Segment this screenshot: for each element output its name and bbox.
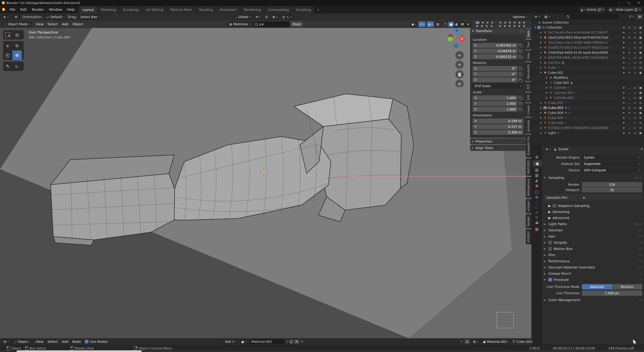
render-disable-toggle-icon[interactable]: ▣ — [638, 106, 643, 109]
outliner-row[interactable]: ▶▼Cylinder▽➤◡▭▣ — [532, 85, 644, 90]
outliner-row[interactable]: ▶▼Cube.005▽➤◡▭⊠ — [532, 115, 644, 120]
section-color-management[interactable]: ▶Color Management∷∷ — [542, 297, 644, 303]
viewport-disable-toggle-icon[interactable]: ▭ — [632, 56, 638, 59]
render-disable-toggle-icon[interactable]: ▣ — [638, 96, 643, 99]
view-layer-remove-icon[interactable]: ✕ — [639, 8, 641, 11]
lock-icon[interactable] — [519, 56, 522, 59]
active-tool-button[interactable]: ➤▾ — [2, 14, 10, 19]
subsection-advanced[interactable]: ▶Advanced — [544, 215, 642, 221]
viewport-disable-toggle-icon[interactable]: ▭ — [632, 101, 638, 104]
render-disable-toggle-icon[interactable]: ▣ — [638, 111, 643, 114]
shader-menu-select[interactable]: Select — [46, 339, 60, 344]
x-toggle[interactable]: × — [504, 21, 507, 24]
render-disable-toggle-icon[interactable]: ⊠ — [638, 121, 643, 125]
panel-grip[interactable]: ∷∷ — [520, 146, 524, 149]
pivot-point-dropdown[interactable]: ⟲▾ — [254, 14, 262, 19]
samples-per-box[interactable]: Samples Per:▶ — [544, 194, 642, 201]
selectable-toggle-icon[interactable]: ➤ — [621, 126, 626, 130]
tool-measure[interactable]: ∟ — [12, 62, 22, 71]
lock-icon[interactable] — [519, 50, 522, 53]
workspace-tab-shading[interactable]: Shading — [196, 6, 216, 13]
workspace-tab-compositing[interactable]: Compositing — [264, 6, 292, 13]
npanel-tab-khaos![interactable]: KHAOS! — [526, 229, 532, 244]
shading-material-preview-icon[interactable]: ◐ — [454, 22, 460, 27]
transform-orientation-dropdown[interactable]: ⟓Global▾ — [234, 14, 252, 19]
viewport-disable-toggle-icon[interactable]: ▭ — [632, 66, 638, 69]
section-grease-pencil[interactable]: ▶Grease Pencil∷∷ — [542, 270, 644, 277]
viewport-disable-toggle-icon[interactable]: ▭ — [632, 106, 638, 109]
x-toggle[interactable]: × — [518, 24, 521, 28]
x-toggle[interactable]: × — [508, 21, 512, 24]
minus-pill-button[interactable]: ─ — [476, 21, 480, 24]
npanel-tab-unbake[interactable]: unbake — [526, 199, 532, 213]
checkbox-unchecked[interactable] — [548, 247, 552, 251]
mode-dropdown[interactable]: ⬚ Object Mode▾ — [2, 21, 32, 27]
lock-icon[interactable] — [519, 68, 522, 70]
x-toggle[interactable]: × — [490, 24, 493, 28]
hide-toggle-icon[interactable]: ◡ — [626, 101, 632, 104]
x-toggle[interactable]: × — [485, 24, 488, 28]
snap-toggle[interactable]: Ω — [264, 14, 270, 19]
viewport-disable-toggle-icon[interactable]: ▭ — [632, 36, 638, 39]
render-engine-dropdown[interactable]: Cycles▾ — [582, 155, 642, 160]
render-disable-toggle-icon[interactable]: ⊠ — [638, 46, 643, 49]
new-scene-copy-icon[interactable] — [598, 8, 601, 11]
tool-annotate[interactable]: ✎ — [3, 62, 12, 71]
hide-toggle-icon[interactable]: ⊙ — [626, 111, 632, 114]
expander-icon[interactable]: ▶ — [539, 117, 543, 119]
outliner-row[interactable]: ▶☀Light⊙➤⊙▭▣ — [532, 130, 644, 135]
expander-icon[interactable]: ▶ — [545, 86, 549, 89]
selectable-toggle-icon[interactable]: ➤ — [621, 111, 626, 114]
drag-dropdown[interactable]: Select Box▾ — [79, 14, 101, 19]
view-layer-selector[interactable]: ▤▾ View Layer ✕ — [608, 7, 643, 12]
render-disable-toggle-icon[interactable]: ⊠ — [638, 31, 643, 34]
outliner-row[interactable]: ▶▼f47362ce-9997-4560-9f31-c0e2d5fa40b5-g… — [532, 125, 644, 130]
close-button[interactable]: ✕ — [634, 0, 644, 6]
scene-unlink-icon[interactable]: ✕ — [602, 8, 605, 11]
selectable-toggle-icon[interactable]: ➤ — [621, 101, 626, 104]
viewport-disable-toggle-icon[interactable]: ▭ — [632, 96, 638, 99]
lock-icon[interactable] — [519, 97, 522, 100]
tool-scale[interactable]: ◰ — [3, 50, 12, 60]
viewport-disable-toggle-icon[interactable]: ▭ — [632, 61, 638, 64]
search-input[interactable] — [259, 22, 281, 26]
hide-toggle-icon[interactable]: ◡ — [626, 56, 632, 59]
outliner-row[interactable]: ▶▼Cube.002▽➤◡▭⊠ — [532, 100, 644, 105]
snap-settings-dropdown[interactable]: ⊞▾ — [271, 14, 279, 19]
render-disable-toggle-icon[interactable]: ⊠ — [638, 116, 643, 119]
expander-icon[interactable]: ▶ — [539, 127, 543, 129]
selectable-toggle-icon[interactable]: ➤ — [621, 91, 626, 94]
viewport-disable-toggle-icon[interactable]: ▭ — [632, 71, 638, 74]
hide-toggle-icon[interactable]: ◡ — [626, 121, 632, 125]
lock-icon[interactable] — [519, 103, 522, 105]
npanel-tab-pdt[interactable]: PDT — [526, 82, 532, 92]
expander-icon[interactable]: ▶ — [539, 36, 543, 39]
selectable-toggle-icon[interactable]: ➤ — [621, 96, 626, 99]
pin-icon[interactable]: ✶ — [301, 340, 304, 344]
outliner-row[interactable]: ▶▼150e4fa0-9d50-4134-aae6-6a2e0560f55c-g… — [532, 50, 644, 55]
hide-toggle-icon[interactable]: ⊙ — [626, 131, 632, 135]
lock-icon[interactable] — [519, 45, 522, 47]
viewport-disable-toggle-icon[interactable]: ▭ — [632, 31, 638, 34]
outliner-search-field[interactable] — [564, 14, 618, 19]
expander-icon[interactable]: ▶ — [539, 51, 543, 54]
viewport-menu-view[interactable]: View — [34, 21, 46, 27]
checkbox-unchecked[interactable] — [548, 241, 552, 244]
outliner-row[interactable]: ▶▼Cube▽➤◡▭⊠ — [532, 65, 644, 70]
properties-tab-tool[interactable]: ⚙ — [532, 154, 542, 161]
expander-icon[interactable]: ▼ — [539, 71, 543, 74]
shader-menu-add[interactable]: Add — [60, 339, 70, 344]
expander-icon[interactable]: ▶ — [539, 61, 543, 64]
x-toggle[interactable]: × — [491, 21, 494, 24]
transform-field-rotation-y[interactable]: Y-0° — [472, 72, 518, 77]
expander-icon[interactable]: ▶ — [539, 66, 543, 69]
transform-field-rotation-x[interactable]: X0° — [472, 66, 518, 71]
selectable-toggle-icon[interactable]: ➤ — [621, 56, 626, 59]
orientation-dropdown[interactable]: ⤻Default▾ — [44, 14, 66, 19]
outliner-row[interactable]: ▶◼Camera◙➤◡▭⊠ — [532, 60, 644, 65]
x-toggle[interactable]: × — [513, 24, 516, 28]
properties-tab-render[interactable]: ▣ — [532, 160, 542, 167]
selectable-toggle-icon[interactable]: ➤ — [621, 61, 626, 64]
collection-checkbox[interactable]: ✓ — [537, 26, 541, 29]
transform-field-location-y[interactable]: Y-0.04978 m — [472, 48, 518, 53]
